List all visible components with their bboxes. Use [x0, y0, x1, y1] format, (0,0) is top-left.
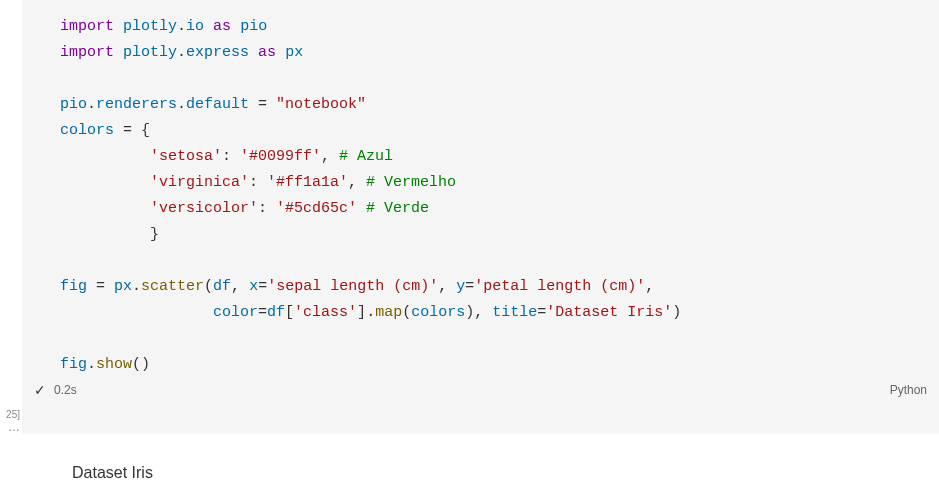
success-check-icon: ✓	[34, 382, 46, 398]
paren-open: (	[132, 356, 141, 373]
attribute: renderers	[96, 96, 177, 113]
dot: .	[177, 44, 186, 61]
module-name: plotly	[123, 18, 177, 35]
attribute: default	[186, 96, 249, 113]
paren-open: (	[402, 304, 411, 321]
module-ref: px	[114, 278, 132, 295]
argument: df	[213, 278, 231, 295]
dict-key: 'virginica'	[150, 174, 249, 191]
dict-key: 'setosa'	[150, 148, 222, 165]
cell-status-bar: ✓ 0.2s Python	[22, 378, 939, 402]
kwarg-name: title	[492, 304, 537, 321]
dot: .	[87, 96, 96, 113]
string-literal: '#ff1a1a'	[267, 174, 348, 191]
equals: =	[258, 278, 267, 295]
equals: =	[465, 278, 474, 295]
keyword-import: import	[60, 44, 114, 61]
comma: ,	[348, 174, 357, 191]
colon: :	[222, 148, 240, 165]
keyword-as: as	[213, 18, 231, 35]
keyword-as: as	[258, 44, 276, 61]
comment: # Azul	[330, 148, 393, 165]
keyword-import: import	[60, 18, 114, 35]
dot: .	[177, 96, 186, 113]
dot: .	[177, 18, 186, 35]
dot: .	[366, 304, 375, 321]
string-literal: 'petal length (cm)'	[474, 278, 645, 295]
comma: ,	[438, 278, 456, 295]
colon: :	[258, 200, 276, 217]
comma: ,	[321, 148, 330, 165]
brace-open: {	[141, 122, 150, 139]
language-label[interactable]: Python	[890, 383, 927, 397]
code-cell-container: import plotly.io as pio import plotly.ex…	[22, 0, 939, 434]
brace-close: }	[150, 226, 159, 243]
bracket-open: [	[285, 304, 294, 321]
string-literal: '#5cd65c'	[276, 200, 357, 217]
paren-close: )	[141, 356, 150, 373]
kwarg-name: color	[213, 304, 258, 321]
argument: colors	[411, 304, 465, 321]
execution-gutter: 25] …	[0, 0, 22, 434]
identifier: fig	[60, 356, 87, 373]
comma: ,	[474, 304, 492, 321]
comma: ,	[645, 278, 654, 295]
identifier: colors	[60, 122, 114, 139]
kwarg-name: x	[249, 278, 258, 295]
colon: :	[249, 174, 267, 191]
equals: =	[249, 96, 276, 113]
equals: =	[537, 304, 546, 321]
equals: =	[87, 278, 114, 295]
function-call: scatter	[141, 278, 204, 295]
kwarg-name: y	[456, 278, 465, 295]
module-name: express	[186, 44, 249, 61]
string-literal: 'Dataset Iris'	[546, 304, 672, 321]
function-call: map	[375, 304, 402, 321]
paren-close: )	[672, 304, 681, 321]
identifier: pio	[60, 96, 87, 113]
string-literal: 'class'	[294, 304, 357, 321]
string-literal: '#0099ff'	[240, 148, 321, 165]
dot: .	[87, 356, 96, 373]
module-name: io	[186, 18, 204, 35]
identifier: df	[267, 304, 285, 321]
identifier: fig	[60, 278, 87, 295]
alias-name: px	[285, 44, 303, 61]
paren-open: (	[204, 278, 213, 295]
cell-menu-icon[interactable]: …	[0, 420, 20, 434]
execution-count: 25]	[0, 409, 20, 420]
bracket-close: ]	[357, 304, 366, 321]
module-name: plotly	[123, 44, 177, 61]
code-editor[interactable]: import plotly.io as pio import plotly.ex…	[22, 14, 939, 378]
string-literal: "notebook"	[276, 96, 366, 113]
cell-output: Dataset Iris	[0, 434, 939, 482]
dot: .	[132, 278, 141, 295]
notebook-cell: 25] … import plotly.io as pio import plo…	[0, 0, 939, 434]
status-left: ✓ 0.2s	[34, 382, 77, 398]
chart-title: Dataset Iris	[72, 464, 153, 481]
equals: =	[114, 122, 141, 139]
alias-name: pio	[240, 18, 267, 35]
equals: =	[258, 304, 267, 321]
string-literal: 'sepal length (cm)'	[267, 278, 438, 295]
paren-close: )	[465, 304, 474, 321]
execution-duration: 0.2s	[54, 383, 77, 397]
function-call: show	[96, 356, 132, 373]
comment: # Vermelho	[357, 174, 456, 191]
comment: # Verde	[357, 200, 429, 217]
comma: ,	[231, 278, 249, 295]
dict-key: 'versicolor'	[150, 200, 258, 217]
